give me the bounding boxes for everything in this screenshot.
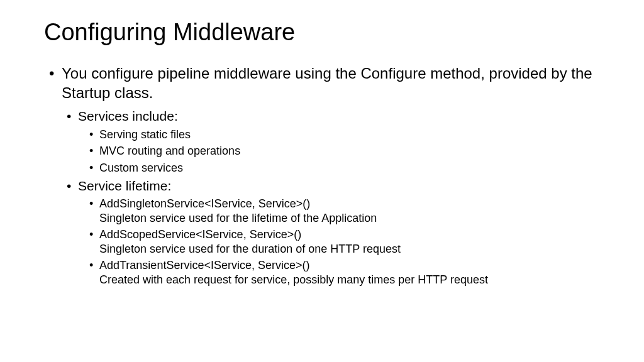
lifetime-desc: Singleton service used for the lifetime … (99, 211, 606, 226)
slide-content: You configure pipeline middleware using … (44, 63, 606, 287)
lifetime-code: AddSingletonService<IService, Service>() (99, 197, 310, 210)
bullet-service-item: Serving static files (88, 128, 606, 142)
bullet-lifetime-scoped: AddScopedService<IService, Service>() Si… (88, 228, 606, 256)
lifetime-code: AddScopedService<IService, Service>() (99, 228, 301, 241)
bullet-main: You configure pipeline middleware using … (47, 63, 606, 102)
bullet-services-header: Services include: (65, 107, 606, 124)
slide-title: Configuring Middleware (44, 19, 606, 46)
lifetime-desc: Created with each request for service, p… (99, 273, 606, 287)
lifetime-desc: Singleton service used for the duration … (99, 242, 606, 256)
bullet-service-item: MVC routing and operations (88, 144, 606, 158)
bullet-lifetime-header: Service lifetime: (65, 177, 606, 194)
bullet-lifetime-transient: AddTransientService<IService, Service>()… (88, 258, 606, 287)
bullet-service-item: Custom services (88, 161, 606, 175)
bullet-lifetime-singleton: AddSingletonService<IService, Service>()… (88, 197, 606, 225)
lifetime-code: AddTransientService<IService, Service>() (99, 259, 309, 272)
